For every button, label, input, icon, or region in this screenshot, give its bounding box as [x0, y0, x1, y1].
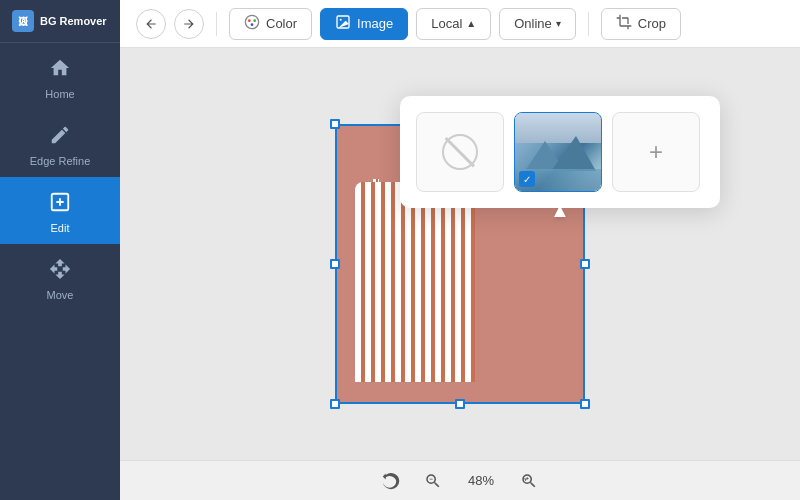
crop-icon	[616, 14, 632, 33]
zoom-level: 48%	[461, 473, 501, 488]
separator-2	[588, 12, 589, 36]
zoom-in-button[interactable]	[515, 467, 543, 495]
online-dropdown-icon: ▾	[556, 18, 561, 29]
crop-button[interactable]: Crop	[601, 8, 681, 40]
local-button[interactable]: Local ▲	[416, 8, 491, 40]
image-button[interactable]: Image	[320, 8, 408, 40]
svg-point-6	[340, 19, 342, 21]
sidebar-item-edge-refine[interactable]: Edge Refine	[0, 110, 120, 177]
move-label: Move	[47, 289, 74, 301]
svg-point-2	[248, 19, 251, 22]
thumbnail-option[interactable]: ✓	[514, 112, 602, 192]
image-dropdown-popup: ✓ + ▲	[400, 96, 720, 208]
crop-label: Crop	[638, 16, 666, 31]
toolbar: Color Image Local ▲ Online ▾ Crop	[120, 0, 800, 48]
sidebar-item-home[interactable]: Home	[0, 43, 120, 110]
canvas-area: ✓ + ▲	[120, 48, 800, 460]
add-image-option[interactable]: +	[612, 112, 700, 192]
svg-point-3	[253, 19, 256, 22]
handle-mid-left[interactable]	[330, 259, 340, 269]
app-logo: 🖼 BG Remover	[0, 0, 120, 43]
forward-button[interactable]	[174, 9, 204, 39]
logo-icon: 🖼	[12, 10, 34, 32]
edge-refine-icon	[49, 124, 71, 151]
add-icon: +	[649, 138, 663, 166]
image-options-row: ✓ +	[416, 112, 704, 192]
popup-arrow: ▲	[550, 199, 570, 222]
sidebar-item-move[interactable]: Move	[0, 244, 120, 311]
handle-bot-right[interactable]	[580, 399, 590, 409]
local-label: Local	[431, 16, 462, 31]
no-image-option[interactable]	[416, 112, 504, 192]
sidebar: 🖼 BG Remover Home Edge Refine Edit Move	[0, 0, 120, 500]
local-dropdown-icon: ▲	[466, 18, 476, 29]
handle-bot-left[interactable]	[330, 399, 340, 409]
status-bar: 48%	[120, 460, 800, 500]
main-area: Color Image Local ▲ Online ▾ Crop	[120, 0, 800, 500]
home-icon	[49, 57, 71, 84]
handle-top-left[interactable]	[330, 119, 340, 129]
app-name: BG Remover	[40, 15, 107, 27]
separator-1	[216, 12, 217, 36]
handle-mid-right[interactable]	[580, 259, 590, 269]
image-icon	[335, 14, 351, 33]
rotate-button[interactable]	[377, 467, 405, 495]
online-button[interactable]: Online ▾	[499, 8, 576, 40]
handle-bot-mid[interactable]	[455, 399, 465, 409]
edit-icon	[49, 191, 71, 218]
sidebar-item-edit[interactable]: Edit	[0, 177, 120, 244]
selected-check: ✓	[519, 171, 535, 187]
color-button[interactable]: Color	[229, 8, 312, 40]
edit-label: Edit	[51, 222, 70, 234]
color-icon	[244, 14, 260, 33]
svg-point-4	[251, 23, 254, 26]
zoom-out-button[interactable]	[419, 467, 447, 495]
color-label: Color	[266, 16, 297, 31]
online-label: Online	[514, 16, 552, 31]
no-image-icon	[442, 134, 478, 170]
svg-point-1	[245, 15, 258, 28]
edge-refine-label: Edge Refine	[30, 155, 91, 167]
image-label: Image	[357, 16, 393, 31]
move-icon	[49, 258, 71, 285]
home-label: Home	[45, 88, 74, 100]
back-button[interactable]	[136, 9, 166, 39]
